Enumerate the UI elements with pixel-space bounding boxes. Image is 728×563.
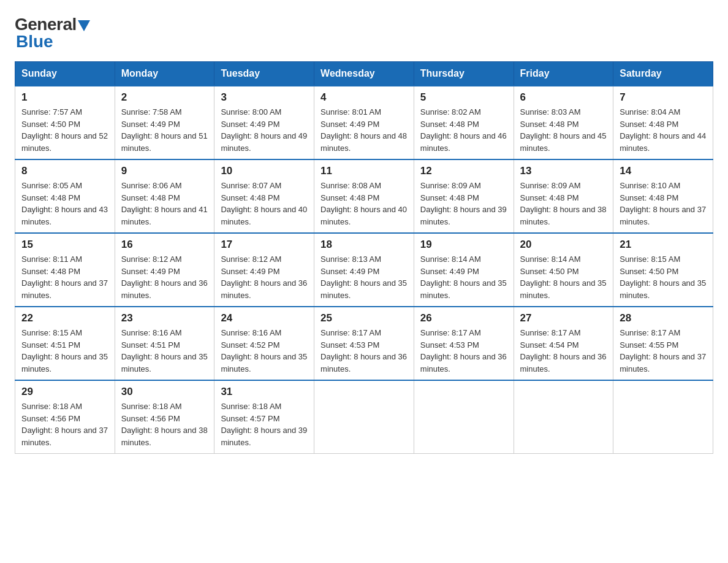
day-number: 30 xyxy=(121,386,208,398)
calendar-cell: 10Sunrise: 8:07 AMSunset: 4:48 PMDayligh… xyxy=(214,159,314,233)
day-number: 12 xyxy=(420,165,507,177)
day-info: Sunrise: 8:17 AMSunset: 4:53 PMDaylight:… xyxy=(420,327,507,375)
calendar-cell: 16Sunrise: 8:12 AMSunset: 4:49 PMDayligh… xyxy=(115,233,214,307)
column-header-monday: Monday xyxy=(115,62,214,86)
day-number: 6 xyxy=(520,91,607,104)
day-number: 17 xyxy=(221,239,308,251)
day-info: Sunrise: 8:08 AMSunset: 4:48 PMDaylight:… xyxy=(320,180,408,228)
day-info: Sunrise: 8:00 AMSunset: 4:49 PMDaylight:… xyxy=(221,106,308,154)
page-header: General Blue xyxy=(15,15,713,52)
day-info: Sunrise: 8:06 AMSunset: 4:48 PMDaylight:… xyxy=(121,180,208,228)
logo-triangle-icon xyxy=(78,20,90,31)
calendar-cell xyxy=(613,380,713,454)
day-number: 7 xyxy=(620,91,707,104)
calendar-cell: 20Sunrise: 8:14 AMSunset: 4:50 PMDayligh… xyxy=(514,233,613,307)
day-number: 29 xyxy=(21,386,108,398)
day-info: Sunrise: 8:12 AMSunset: 4:49 PMDaylight:… xyxy=(221,253,308,301)
day-number: 3 xyxy=(221,91,308,104)
day-number: 25 xyxy=(320,312,408,324)
day-number: 14 xyxy=(620,165,707,177)
day-number: 20 xyxy=(520,239,607,251)
calendar-cell: 1Sunrise: 7:57 AMSunset: 4:50 PMDaylight… xyxy=(15,86,115,159)
column-header-thursday: Thursday xyxy=(414,62,514,86)
day-number: 21 xyxy=(620,239,707,251)
day-number: 11 xyxy=(320,165,408,177)
day-info: Sunrise: 8:02 AMSunset: 4:48 PMDaylight:… xyxy=(420,106,507,154)
logo: General Blue xyxy=(15,15,90,52)
day-info: Sunrise: 8:12 AMSunset: 4:49 PMDaylight:… xyxy=(121,253,208,301)
day-info: Sunrise: 8:18 AMSunset: 4:57 PMDaylight:… xyxy=(221,400,308,448)
column-header-friday: Friday xyxy=(514,62,613,86)
calendar-table: SundayMondayTuesdayWednesdayThursdayFrid… xyxy=(15,61,713,454)
day-info: Sunrise: 8:17 AMSunset: 4:54 PMDaylight:… xyxy=(520,327,607,375)
calendar-cell: 27Sunrise: 8:17 AMSunset: 4:54 PMDayligh… xyxy=(514,307,613,380)
day-info: Sunrise: 8:15 AMSunset: 4:50 PMDaylight:… xyxy=(620,253,707,301)
day-number: 4 xyxy=(320,91,408,104)
calendar-cell: 15Sunrise: 8:11 AMSunset: 4:48 PMDayligh… xyxy=(15,233,115,307)
day-info: Sunrise: 8:10 AMSunset: 4:48 PMDaylight:… xyxy=(620,180,707,228)
day-number: 2 xyxy=(121,91,208,104)
header-row: SundayMondayTuesdayWednesdayThursdayFrid… xyxy=(15,62,713,86)
day-number: 31 xyxy=(221,386,308,398)
day-number: 23 xyxy=(121,312,208,324)
week-row-1: 1Sunrise: 7:57 AMSunset: 4:50 PMDaylight… xyxy=(15,86,713,159)
calendar-cell: 22Sunrise: 8:15 AMSunset: 4:51 PMDayligh… xyxy=(15,307,115,380)
day-number: 16 xyxy=(121,239,208,251)
day-info: Sunrise: 8:09 AMSunset: 4:48 PMDaylight:… xyxy=(420,180,507,228)
day-info: Sunrise: 8:14 AMSunset: 4:49 PMDaylight:… xyxy=(420,253,507,301)
calendar-cell: 9Sunrise: 8:06 AMSunset: 4:48 PMDaylight… xyxy=(115,159,214,233)
day-number: 8 xyxy=(21,165,108,177)
day-info: Sunrise: 8:17 AMSunset: 4:53 PMDaylight:… xyxy=(320,327,408,375)
calendar-cell: 6Sunrise: 8:03 AMSunset: 4:48 PMDaylight… xyxy=(514,86,613,159)
day-info: Sunrise: 8:15 AMSunset: 4:51 PMDaylight:… xyxy=(21,327,108,375)
calendar-cell: 5Sunrise: 8:02 AMSunset: 4:48 PMDaylight… xyxy=(414,86,514,159)
column-header-wednesday: Wednesday xyxy=(314,62,414,86)
logo-blue-text: Blue xyxy=(16,32,53,52)
calendar-cell: 23Sunrise: 8:16 AMSunset: 4:51 PMDayligh… xyxy=(115,307,214,380)
calendar-cell: 25Sunrise: 8:17 AMSunset: 4:53 PMDayligh… xyxy=(314,307,414,380)
week-row-2: 8Sunrise: 8:05 AMSunset: 4:48 PMDaylight… xyxy=(15,159,713,233)
day-info: Sunrise: 8:05 AMSunset: 4:48 PMDaylight:… xyxy=(21,180,108,228)
day-info: Sunrise: 8:04 AMSunset: 4:48 PMDaylight:… xyxy=(620,106,707,154)
calendar-cell xyxy=(314,380,414,454)
week-row-5: 29Sunrise: 8:18 AMSunset: 4:56 PMDayligh… xyxy=(15,380,713,454)
day-info: Sunrise: 8:11 AMSunset: 4:48 PMDaylight:… xyxy=(21,253,108,301)
day-number: 22 xyxy=(21,312,108,324)
calendar-cell: 28Sunrise: 8:17 AMSunset: 4:55 PMDayligh… xyxy=(613,307,713,380)
calendar-cell: 19Sunrise: 8:14 AMSunset: 4:49 PMDayligh… xyxy=(414,233,514,307)
calendar-cell: 4Sunrise: 8:01 AMSunset: 4:49 PMDaylight… xyxy=(314,86,414,159)
day-info: Sunrise: 8:16 AMSunset: 4:51 PMDaylight:… xyxy=(121,327,208,375)
column-header-sunday: Sunday xyxy=(15,62,115,86)
day-info: Sunrise: 8:17 AMSunset: 4:55 PMDaylight:… xyxy=(620,327,707,375)
calendar-cell: 3Sunrise: 8:00 AMSunset: 4:49 PMDaylight… xyxy=(214,86,314,159)
calendar-cell: 14Sunrise: 8:10 AMSunset: 4:48 PMDayligh… xyxy=(613,159,713,233)
day-number: 28 xyxy=(620,312,707,324)
calendar-cell: 26Sunrise: 8:17 AMSunset: 4:53 PMDayligh… xyxy=(414,307,514,380)
day-number: 19 xyxy=(420,239,507,251)
calendar-cell: 8Sunrise: 8:05 AMSunset: 4:48 PMDaylight… xyxy=(15,159,115,233)
day-info: Sunrise: 8:18 AMSunset: 4:56 PMDaylight:… xyxy=(21,400,108,448)
column-header-saturday: Saturday xyxy=(613,62,713,86)
calendar-cell: 2Sunrise: 7:58 AMSunset: 4:49 PMDaylight… xyxy=(115,86,214,159)
calendar-cell xyxy=(414,380,514,454)
calendar-cell: 29Sunrise: 8:18 AMSunset: 4:56 PMDayligh… xyxy=(15,380,115,454)
day-number: 26 xyxy=(420,312,507,324)
day-info: Sunrise: 8:07 AMSunset: 4:48 PMDaylight:… xyxy=(221,180,308,228)
day-info: Sunrise: 8:18 AMSunset: 4:56 PMDaylight:… xyxy=(121,400,208,448)
week-row-3: 15Sunrise: 8:11 AMSunset: 4:48 PMDayligh… xyxy=(15,233,713,307)
column-header-tuesday: Tuesday xyxy=(214,62,314,86)
day-info: Sunrise: 8:16 AMSunset: 4:52 PMDaylight:… xyxy=(221,327,308,375)
day-number: 1 xyxy=(21,91,108,104)
day-info: Sunrise: 7:57 AMSunset: 4:50 PMDaylight:… xyxy=(21,106,108,154)
day-info: Sunrise: 8:09 AMSunset: 4:48 PMDaylight:… xyxy=(520,180,607,228)
day-info: Sunrise: 8:03 AMSunset: 4:48 PMDaylight:… xyxy=(520,106,607,154)
day-number: 5 xyxy=(420,91,507,104)
day-number: 9 xyxy=(121,165,208,177)
day-info: Sunrise: 7:58 AMSunset: 4:49 PMDaylight:… xyxy=(121,106,208,154)
calendar-cell: 31Sunrise: 8:18 AMSunset: 4:57 PMDayligh… xyxy=(214,380,314,454)
calendar-cell: 7Sunrise: 8:04 AMSunset: 4:48 PMDaylight… xyxy=(613,86,713,159)
week-row-4: 22Sunrise: 8:15 AMSunset: 4:51 PMDayligh… xyxy=(15,307,713,380)
calendar-cell: 17Sunrise: 8:12 AMSunset: 4:49 PMDayligh… xyxy=(214,233,314,307)
calendar-cell: 30Sunrise: 8:18 AMSunset: 4:56 PMDayligh… xyxy=(115,380,214,454)
day-info: Sunrise: 8:14 AMSunset: 4:50 PMDaylight:… xyxy=(520,253,607,301)
